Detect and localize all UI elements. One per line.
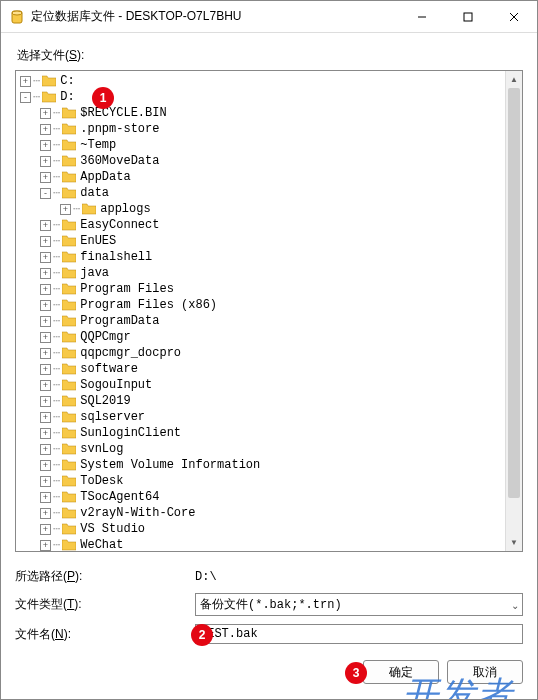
tree-node-label: applogs: [100, 201, 150, 217]
tree-node-label: System Volume Information: [80, 457, 260, 473]
expand-icon[interactable]: +: [20, 76, 31, 87]
tree-node[interactable]: +┄SunloginClient: [16, 425, 522, 441]
expand-icon[interactable]: +: [40, 268, 51, 279]
expand-icon[interactable]: +: [40, 252, 51, 263]
annotation-badge-3: 3: [345, 662, 367, 684]
expand-icon[interactable]: +: [40, 108, 51, 119]
tree-node[interactable]: +┄QQPCmgr: [16, 329, 522, 345]
tree-node[interactable]: +┄Program Files: [16, 281, 522, 297]
tree-node-label: EnUES: [80, 233, 116, 249]
tree-node-label: svnLog: [80, 441, 123, 457]
scroll-down-button[interactable]: ▼: [506, 534, 522, 551]
expand-icon[interactable]: +: [40, 492, 51, 503]
tree-node[interactable]: +┄v2rayN-With-Core: [16, 505, 522, 521]
tree-node-label: Program Files (x86): [80, 297, 217, 313]
tree-node-label: finalshell: [80, 249, 152, 265]
tree-node-label: AppData: [80, 169, 130, 185]
tree-node-label: data: [80, 185, 109, 201]
vertical-scrollbar[interactable]: ▲ ▼: [505, 71, 522, 551]
tree-node[interactable]: +┄ProgramData: [16, 313, 522, 329]
expand-icon[interactable]: +: [40, 396, 51, 407]
tree-node[interactable]: +┄qqpcmgr_docpro: [16, 345, 522, 361]
app-icon: [9, 9, 25, 25]
tree-node[interactable]: +┄applogs: [16, 201, 522, 217]
expand-icon[interactable]: +: [40, 140, 51, 151]
expand-icon[interactable]: +: [40, 508, 51, 519]
tree-node[interactable]: +┄TSocAgent64: [16, 489, 522, 505]
tree-node-label: WeChat: [80, 537, 123, 552]
expand-icon[interactable]: +: [40, 444, 51, 455]
tree-node[interactable]: +┄AppData: [16, 169, 522, 185]
expand-icon[interactable]: +: [40, 364, 51, 375]
tree-node[interactable]: +┄EasyConnect: [16, 217, 522, 233]
tree-node-label: java: [80, 265, 109, 281]
tree-node[interactable]: +┄sqlserver: [16, 409, 522, 425]
tree-node-label: ~Temp: [80, 137, 116, 153]
expand-icon[interactable]: +: [40, 156, 51, 167]
expand-icon[interactable]: +: [40, 236, 51, 247]
cancel-button[interactable]: 取消: [447, 660, 523, 684]
expand-icon[interactable]: +: [40, 284, 51, 295]
tree-node[interactable]: +┄Program Files (x86): [16, 297, 522, 313]
tree-node[interactable]: +┄360MoveData: [16, 153, 522, 169]
file-tree[interactable]: 1 +┄C:-┄D:+┄$RECYCLE.BIN+┄.pnpm-store+┄~…: [15, 70, 523, 552]
expand-icon[interactable]: +: [40, 348, 51, 359]
tree-node[interactable]: +┄java: [16, 265, 522, 281]
tree-node-label: SQL2019: [80, 393, 130, 409]
tree-node[interactable]: +┄System Volume Information: [16, 457, 522, 473]
tree-node[interactable]: -┄data: [16, 185, 522, 201]
select-file-label: 选择文件(S):: [17, 47, 523, 64]
tree-node[interactable]: +┄VS Studio: [16, 521, 522, 537]
tree-node-label: ToDesk: [80, 473, 123, 489]
tree-node-label: 360MoveData: [80, 153, 159, 169]
tree-node-label: VS Studio: [80, 521, 145, 537]
expand-icon[interactable]: +: [40, 316, 51, 327]
tree-node-label: Program Files: [80, 281, 174, 297]
file-name-input[interactable]: [195, 624, 523, 644]
svg-point-1: [12, 11, 22, 15]
file-type-select[interactable]: 备份文件(*.bak;*.trn): [195, 593, 523, 616]
tree-node-label: SunloginClient: [80, 425, 181, 441]
tree-node[interactable]: +┄$RECYCLE.BIN: [16, 105, 522, 121]
expand-icon[interactable]: +: [40, 380, 51, 391]
tree-node-label: D:: [60, 89, 74, 105]
tree-node[interactable]: +┄.pnpm-store: [16, 121, 522, 137]
scroll-thumb[interactable]: [508, 88, 520, 498]
tree-node-label: .pnpm-store: [80, 121, 159, 137]
selected-path-label: 所选路径(P):: [15, 568, 195, 585]
tree-node[interactable]: +┄WeChat: [16, 537, 522, 552]
expand-icon[interactable]: +: [40, 124, 51, 135]
expand-icon[interactable]: +: [40, 460, 51, 471]
tree-node[interactable]: +┄ToDesk: [16, 473, 522, 489]
tree-node[interactable]: +┄SogouInput: [16, 377, 522, 393]
expand-icon[interactable]: +: [40, 300, 51, 311]
ok-button[interactable]: 确定: [363, 660, 439, 684]
expand-icon[interactable]: +: [40, 428, 51, 439]
expand-icon[interactable]: +: [40, 524, 51, 535]
collapse-icon[interactable]: -: [20, 92, 31, 103]
tree-node-label: $RECYCLE.BIN: [80, 105, 166, 121]
minimize-button[interactable]: [399, 2, 445, 32]
tree-node[interactable]: +┄EnUES: [16, 233, 522, 249]
tree-node[interactable]: +┄SQL2019: [16, 393, 522, 409]
tree-node[interactable]: +┄~Temp: [16, 137, 522, 153]
tree-node[interactable]: +┄svnLog: [16, 441, 522, 457]
expand-icon[interactable]: +: [40, 476, 51, 487]
tree-node-label: QQPCmgr: [80, 329, 130, 345]
expand-icon[interactable]: +: [40, 540, 51, 551]
collapse-icon[interactable]: -: [40, 188, 51, 199]
tree-node[interactable]: +┄C:: [16, 73, 522, 89]
expand-icon[interactable]: +: [40, 172, 51, 183]
expand-icon[interactable]: +: [60, 204, 71, 215]
tree-node[interactable]: +┄software: [16, 361, 522, 377]
tree-node[interactable]: +┄finalshell: [16, 249, 522, 265]
expand-icon[interactable]: +: [40, 412, 51, 423]
maximize-button[interactable]: [445, 2, 491, 32]
tree-node-label: SogouInput: [80, 377, 152, 393]
tree-node-label: ProgramData: [80, 313, 159, 329]
file-name-label: 文件名(N):: [15, 626, 195, 643]
scroll-up-button[interactable]: ▲: [506, 71, 522, 88]
expand-icon[interactable]: +: [40, 332, 51, 343]
expand-icon[interactable]: +: [40, 220, 51, 231]
close-button[interactable]: [491, 2, 537, 32]
